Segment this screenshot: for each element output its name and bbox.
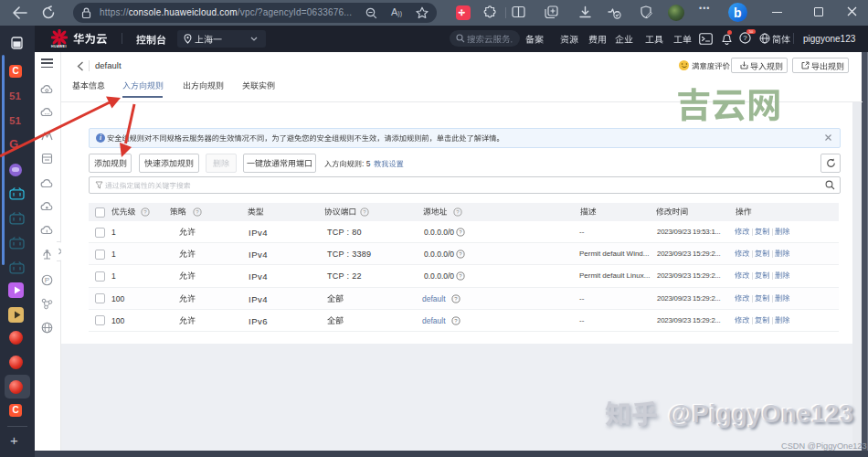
svg-text:?: ? xyxy=(454,296,458,302)
svg-text:?: ? xyxy=(456,209,460,215)
svg-text:P: P xyxy=(45,276,49,284)
svg-text:?: ? xyxy=(459,229,462,235)
svg-text:?: ? xyxy=(196,209,199,215)
svg-text:?: ? xyxy=(459,251,462,257)
svg-text:?: ? xyxy=(743,34,747,42)
svg-text:?: ? xyxy=(143,209,147,215)
svg-text:?: ? xyxy=(459,274,462,280)
svg-text:?: ? xyxy=(454,318,458,324)
svg-text:?: ? xyxy=(363,209,366,215)
